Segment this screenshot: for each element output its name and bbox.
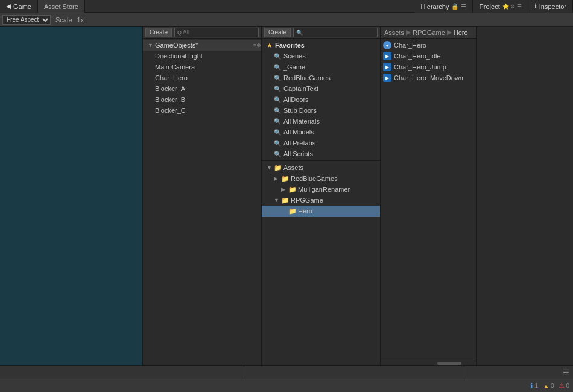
fav-captaintext[interactable]: 🔍 CaptainText: [262, 83, 380, 94]
hierarchy-item-main-camera[interactable]: Main Camera: [143, 62, 261, 72]
hierarchy-menu-icon: ☰: [461, 3, 466, 10]
warn-icon: ▲: [543, 382, 549, 390]
tab-asset-store[interactable]: Asset Store: [38, 0, 85, 13]
status-bar: ℹ 1 ▲ 0 ⚠ 0: [0, 379, 573, 392]
fav-allscripts[interactable]: 🔍 All Scripts: [262, 148, 380, 159]
scale-value: 1x: [77, 16, 84, 24]
hierarchy-item-directional-light[interactable]: Directional Light: [143, 51, 261, 62]
hierarchy-item-char-hero[interactable]: Char_Hero: [143, 72, 261, 83]
breadcrumb-hero: Hero: [454, 29, 468, 36]
assets-hero[interactable]: 📁 Hero: [262, 206, 380, 217]
label-gameobjects: GameObjects*: [155, 42, 198, 49]
project-content: ★ Favorites 🔍 Scenes 🔍 _Game 🔍 RedBlueGa…: [262, 39, 380, 365]
search-stubdoors-icon: 🔍: [274, 107, 281, 114]
project-toolbar: Create 🔍: [262, 27, 380, 39]
breadcrumb-rpggame: RPGGame: [413, 29, 445, 36]
label-main-camera: Main Camera: [155, 63, 195, 71]
search-icon: Q: [177, 30, 182, 36]
char-hero-file-label: Char_Hero: [394, 42, 426, 49]
tab-inspector[interactable]: ℹ Inspector: [528, 0, 573, 13]
search-captaintext-icon: 🔍: [274, 86, 281, 92]
char-hero-movedown-label: Char_Hero_MoveDown: [394, 74, 463, 81]
asset-file-char-hero[interactable]: ● Char_Hero: [381, 40, 476, 51]
label-blocker-a: Blocker_A: [155, 85, 185, 92]
favorites-header[interactable]: ★ Favorites: [262, 40, 380, 51]
assets-redblue[interactable]: ▶ 📁 RedBlueGames: [262, 173, 380, 184]
search-allscripts-icon: 🔍: [274, 151, 281, 157]
error-count: 0: [566, 382, 569, 389]
fav-scenes[interactable]: 🔍 Scenes: [262, 51, 380, 62]
hierarchy-content: ▼ GameObjects* ≡⊕ Directional Light Main…: [143, 39, 261, 365]
breadcrumb-sep2: ▶: [447, 28, 452, 36]
fav-allprefabs-label: All Prefabs: [283, 139, 315, 147]
hierarchy-search-box[interactable]: Q: [174, 28, 259, 37]
fav-allmodels[interactable]: 🔍 All Models: [262, 127, 380, 138]
char-hero-jump-label: Char_Hero_Jump: [394, 63, 446, 71]
fav-allprefabs[interactable]: 🔍 All Prefabs: [262, 138, 380, 148]
warn-count: 0: [551, 382, 554, 389]
hierarchy-toolbar: Create Q: [143, 27, 261, 39]
asset-file-char-hero-idle[interactable]: ▶ Char_Hero_Idle: [381, 51, 476, 62]
project-create-button[interactable]: Create: [264, 28, 291, 37]
search-allprefabs-icon: 🔍: [274, 140, 281, 147]
viewport-toolbar: Free Aspect Scale 1x: [0, 13, 573, 27]
hierarchy-search-input[interactable]: [183, 29, 256, 36]
tab-hierarchy-label: Hierarchy: [420, 3, 449, 10]
char-hero-idle-label: Char_Hero_Idle: [394, 52, 441, 60]
horizontal-scrollbar[interactable]: [381, 361, 476, 365]
fav-alldoors[interactable]: 🔍 AllDoors: [262, 94, 380, 105]
hero-folder-icon: 📁: [288, 207, 297, 215]
bottom-panel-row: ☰: [0, 365, 573, 379]
game-viewport: [0, 27, 143, 365]
tab-game[interactable]: ◀ Game: [0, 0, 38, 13]
inspector-icon: ℹ: [534, 2, 537, 10]
project-search-box[interactable]: 🔍: [293, 28, 378, 37]
status-info: ℹ 1: [530, 382, 538, 390]
project-search-icon: 🔍: [296, 30, 303, 36]
hero-label: Hero: [298, 207, 312, 215]
assets-rpggame[interactable]: ▼ 📁 RPGGame: [262, 195, 380, 206]
fav-stubdoors[interactable]: 🔍 Stub Doors: [262, 105, 380, 116]
favorites-label: Favorites: [275, 42, 305, 49]
label-char-hero: Char_Hero: [155, 74, 188, 81]
redblue-folder-icon: 📁: [281, 175, 290, 183]
hierarchy-item-blocker-c[interactable]: Blocker_C: [143, 105, 261, 116]
bottom-hierarchy-area: [244, 366, 464, 379]
asset-file-char-hero-movedown[interactable]: ▶ Char_Hero_MoveDown: [381, 72, 476, 83]
scrollbar-thumb[interactable]: [437, 362, 461, 365]
char-hero-movedown-icon: ▶: [383, 74, 391, 82]
hierarchy-options-icon: ≡⊕: [253, 42, 261, 48]
assets-mulligan[interactable]: ▶ 📁 MulliganRenamer: [262, 184, 380, 195]
hierarchy-item-gameobjects[interactable]: ▼ GameObjects* ≡⊕: [143, 40, 261, 51]
mulligan-label: MulliganRenamer: [298, 186, 350, 193]
fav-stubdoors-label: Stub Doors: [283, 107, 317, 114]
breadcrumb-sep1: ▶: [406, 28, 411, 36]
search-scenes-icon: 🔍: [274, 53, 281, 60]
arrow-redblue: ▶: [274, 175, 280, 182]
bottom-right-area: ☰: [464, 368, 573, 377]
fav-game-label: _Game: [283, 63, 305, 71]
tab-project[interactable]: Project ⭐ ⚙ ☰: [473, 0, 528, 13]
fav-redblue-label: RedBlueGames: [283, 74, 331, 81]
hierarchy-item-blocker-a[interactable]: Blocker_A: [143, 83, 261, 94]
rpggame-label: RPGGame: [291, 197, 323, 204]
info-count: 1: [534, 382, 538, 389]
fav-redblue[interactable]: 🔍 RedBlueGames: [262, 72, 380, 83]
fav-captaintext-label: CaptainText: [283, 85, 318, 92]
breadcrumb-assets: Assets: [384, 29, 404, 36]
asset-file-char-hero-jump[interactable]: ▶ Char_Hero_Jump: [381, 62, 476, 72]
fav-allmaterials[interactable]: 🔍 All Materials: [262, 116, 380, 127]
favorites-star-icon: ★: [267, 42, 273, 49]
assets-folder-icon: 📁: [274, 164, 282, 172]
tab-project-label: Project: [479, 3, 499, 10]
project-search-input[interactable]: [304, 29, 375, 36]
fav-game[interactable]: 🔍 _Game: [262, 62, 380, 72]
aspect-select[interactable]: Free Aspect: [2, 15, 51, 25]
search-redblue-icon: 🔍: [274, 75, 281, 81]
assets-root[interactable]: ▼ 📁 Assets: [262, 162, 380, 173]
hierarchy-item-blocker-b[interactable]: Blocker_B: [143, 94, 261, 105]
status-warn: ▲ 0: [543, 382, 554, 390]
tab-game-label: Game: [13, 3, 31, 10]
tab-hierarchy[interactable]: Hierarchy 🔒 ☰: [414, 0, 473, 13]
hierarchy-create-button[interactable]: Create: [145, 28, 172, 37]
